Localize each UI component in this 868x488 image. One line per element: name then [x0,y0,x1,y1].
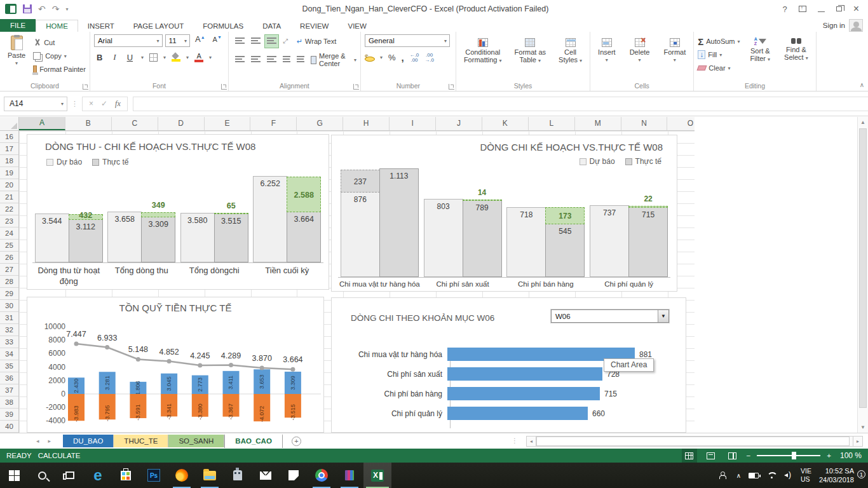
top-align-icon[interactable] [233,34,247,48]
ribbon-tab-home[interactable]: HOME [36,20,78,32]
taskbar-edge-icon[interactable]: e [84,463,112,488]
row-header-30[interactable]: 30 [0,300,18,312]
row-header-36[interactable]: 36 [0,372,18,384]
borders-icon[interactable] [149,53,158,62]
ribbon-tab-page-layout[interactable]: PAGE LAYOUT [124,20,193,32]
restore-icon[interactable] [836,6,842,11]
fill-button[interactable]: ↓Fill▾ [698,49,740,60]
taskbar-robot-app-icon[interactable] [224,463,252,488]
chart-thu-chi-w08[interactable]: DÒNG THU - CHI KẾ HOẠCH VS.THỰC TẾ W08Dự… [27,134,329,290]
language-indicator[interactable]: VIEUS [801,467,811,484]
format-as-table-button[interactable]: Format asTable ▾ [511,37,550,81]
scroll-left-icon[interactable]: ◂ [526,436,536,447]
increase-indent-icon[interactable] [294,53,307,67]
font-dialog-launcher[interactable] [221,84,227,90]
column-header-N[interactable]: N [621,117,668,130]
zoom-in-icon[interactable]: + [827,452,831,459]
row-header-40[interactable]: 40 [0,421,18,433]
ribbon-tab-formulas[interactable]: FORMULAS [193,20,253,32]
underline-button[interactable]: U [125,53,135,62]
row-header-37[interactable]: 37 [0,384,18,396]
taskbar-file-explorer-icon[interactable] [196,463,224,488]
row-header-29[interactable]: 29 [0,288,18,300]
accounting-format-icon[interactable]: $ [365,54,374,62]
column-header-B[interactable]: B [65,117,112,130]
format-painter-button[interactable]: Format Painter [33,64,86,75]
volume-icon[interactable] [784,471,793,479]
people-icon[interactable] [719,471,729,479]
ribbon-tab-view[interactable]: VIEW [338,20,376,32]
middle-align-icon[interactable] [248,34,263,48]
chart-chi-w08[interactable]: DÒNG CHI KẾ HOẠCH VS.THỰC TẾ W08Dự báoTh… [331,135,677,292]
row-header-23[interactable]: 23 [0,215,18,227]
fill-color-icon[interactable] [172,53,180,62]
scroll-up-icon[interactable]: ▲ [858,117,868,128]
scroll-down-icon[interactable]: ▼ [858,422,868,433]
find-select-button[interactable]: Find &Select ▾ [780,34,812,81]
row-header-31[interactable]: 31 [0,312,18,324]
zoom-level[interactable]: 100 % [837,451,862,460]
ribbon-tab-data[interactable]: DATA [253,20,290,32]
dropdown-arrow-icon[interactable]: ▼ [658,310,668,322]
insert-function-icon[interactable]: fx [115,99,121,109]
zoom-slider-thumb[interactable] [792,452,796,459]
column-header-L[interactable]: L [529,117,575,130]
taskbar-winrar-icon[interactable] [336,463,363,488]
paste-button[interactable]: Paste ▾ [4,34,29,81]
cell-styles-button[interactable]: CellStyles ▾ [555,37,586,81]
grow-font-button[interactable]: A▲ [193,34,208,47]
percent-style-icon[interactable]: % [388,53,396,62]
clear-button[interactable]: Clear▾ [698,62,740,74]
formula-input[interactable] [133,97,868,111]
week-dropdown[interactable]: W06▼ [551,309,669,323]
row-header-19[interactable]: 19 [0,167,18,179]
column-header-J[interactable]: J [436,117,482,130]
column-header-K[interactable]: K [482,117,529,130]
font-color-icon[interactable]: A [194,53,203,62]
row-header-34[interactable]: 34 [0,348,18,360]
align-right-icon[interactable] [264,53,279,67]
increase-decimal-icon[interactable]: ←.0.00 [410,53,419,63]
help-icon[interactable]: ? [782,4,787,14]
select-all-corner[interactable] [0,117,19,131]
column-header-H[interactable]: H [343,117,390,130]
ribbon-tab-review[interactable]: REVIEW [290,20,338,32]
row-header-20[interactable]: 20 [0,179,18,191]
ribbon-display-options-icon[interactable] [799,6,806,12]
column-header-E[interactable]: E [205,117,251,130]
copy-button[interactable]: Copy▾ [33,50,86,62]
battery-icon[interactable] [749,473,759,478]
taskbar-movies-icon[interactable] [280,463,308,488]
close-icon[interactable]: × [853,3,859,15]
row-header-35[interactable]: 35 [0,360,18,372]
taskbar-search-icon[interactable] [28,463,56,488]
sheet-tab-bao_cao[interactable]: BAO_CAO [224,434,283,448]
number-format-select[interactable]: General▾ [365,34,450,47]
cancel-icon[interactable]: × [89,99,93,108]
horizontal-scrollbar[interactable]: ◂ ▸ [526,435,863,447]
row-header-21[interactable]: 21 [0,191,18,203]
insert-cells-button[interactable]: Insert▾ [594,37,620,81]
vertical-scrollbar[interactable]: ▲ ▼ [857,117,868,433]
sheet-tab-so_sanh[interactable]: SO_SANH [168,435,224,447]
align-center-icon[interactable] [248,53,263,67]
horizontal-scroll-thumb[interactable] [536,437,850,446]
row-header-33[interactable]: 33 [0,336,18,348]
chart-chi-khoan-muc[interactable]: DÒNG CHI THEO KHOẢN MỤC W06W06▼Chi mua v… [331,297,686,433]
collapse-ribbon-icon[interactable]: ∧ [860,81,864,88]
taskbar-chrome-icon[interactable] [308,463,336,488]
row-header-25[interactable]: 25 [0,240,18,252]
row-header-22[interactable]: 22 [0,203,18,215]
decrease-indent-icon[interactable] [280,53,293,67]
name-box[interactable]: A14▾ [4,97,67,111]
column-header-A[interactable]: A [19,117,65,130]
shrink-font-button[interactable]: A▼ [210,34,224,47]
taskbar-mail-icon[interactable] [252,463,280,488]
column-header-C[interactable]: C [112,117,158,130]
tray-chevron-icon[interactable]: ∧ [736,472,741,479]
row-header-18[interactable]: 18 [0,155,18,167]
row-header-26[interactable]: 26 [0,252,18,264]
row-header-24[interactable]: 24 [0,227,18,240]
enter-icon[interactable]: ✓ [101,99,107,108]
font-family-select[interactable]: Arial▾ [94,34,163,47]
